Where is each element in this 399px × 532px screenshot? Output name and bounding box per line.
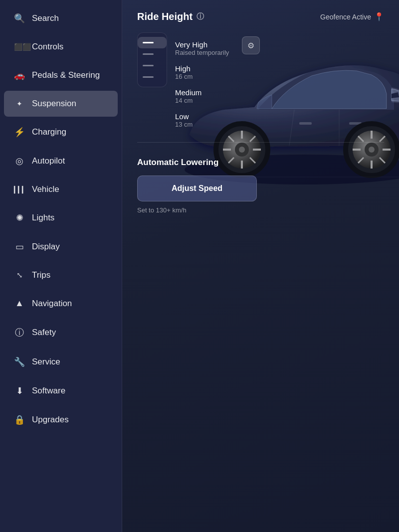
sidebar-item-label: Suspension bbox=[32, 99, 76, 109]
sidebar-item-label: Pedals & Steering bbox=[32, 70, 100, 80]
tick-high bbox=[143, 53, 154, 55]
trips-icon: ⤡ bbox=[14, 271, 25, 280]
ride-label-name: Low bbox=[175, 112, 229, 121]
ride-height-section: Very High Raised temporarily High 16 cm … bbox=[122, 27, 399, 137]
sidebar-item-label: Service bbox=[32, 357, 60, 367]
geofence-icon: 📍 bbox=[374, 12, 384, 21]
pedals-icon: 🚗 bbox=[14, 70, 25, 81]
ride-label-name: High bbox=[175, 64, 229, 73]
sidebar: 🔍 Search ⬛⬛ Controls 🚗 Pedals & Steering… bbox=[0, 0, 122, 532]
topbar: Ride Height ⓘ Geofence Active 📍 bbox=[122, 0, 399, 27]
sidebar-item-label: Safety bbox=[32, 328, 56, 338]
sidebar-item-suspension[interactable]: ✦ Suspension bbox=[4, 91, 118, 117]
upgrades-icon: 🔒 bbox=[14, 414, 25, 425]
ride-label-high: High 16 cm bbox=[175, 60, 229, 84]
sidebar-item-autopilot[interactable]: ◎ Autopilot bbox=[4, 148, 118, 175]
ride-option-low[interactable] bbox=[138, 71, 167, 83]
sidebar-item-label: Autopilot bbox=[32, 156, 65, 166]
adjust-speed-button[interactable]: Adjust Speed bbox=[137, 176, 257, 201]
lights-icon: ✺ bbox=[14, 212, 25, 223]
settings-button[interactable]: ⚙ bbox=[242, 36, 260, 54]
tick-medium bbox=[143, 65, 154, 66]
sidebar-item-trips[interactable]: ⤡ Trips bbox=[4, 262, 118, 288]
auto-lowering-title: Automatic Lowering bbox=[137, 158, 384, 168]
ride-label-sub: Raised temporarily bbox=[175, 49, 229, 56]
sidebar-item-charging[interactable]: ⚡ Charging bbox=[4, 119, 118, 146]
navigation-icon: ▲ bbox=[14, 298, 25, 309]
sidebar-item-label: Software bbox=[32, 386, 65, 396]
sidebar-item-search[interactable]: 🔍 Search bbox=[4, 5, 118, 32]
ride-label-medium: Medium 14 cm bbox=[175, 84, 229, 108]
sidebar-item-controls[interactable]: ⬛⬛ Controls bbox=[4, 34, 118, 60]
ride-label-low: Low 13 cm bbox=[175, 108, 229, 132]
auto-lowering-section: Automatic Lowering Adjust Speed Set to 1… bbox=[122, 148, 399, 224]
sidebar-item-pedals[interactable]: 🚗 Pedals & Steering bbox=[4, 62, 118, 89]
software-icon: ⬇ bbox=[14, 385, 25, 396]
sidebar-item-vehicle[interactable]: ▎▎▎ Vehicle bbox=[4, 177, 118, 202]
sidebar-item-label: Display bbox=[32, 242, 60, 252]
controls-icon: ⬛⬛ bbox=[14, 43, 25, 51]
safety-icon: ⓘ bbox=[14, 327, 25, 339]
ride-labels: Very High Raised temporarily High 16 cm … bbox=[175, 32, 229, 132]
sidebar-item-label: Lights bbox=[32, 213, 54, 223]
ride-label-name: Medium bbox=[175, 88, 229, 97]
page-title: Ride Height ⓘ bbox=[137, 11, 204, 22]
sidebar-item-upgrades[interactable]: 🔒 Upgrades bbox=[4, 406, 118, 433]
sidebar-item-label: Vehicle bbox=[32, 184, 59, 194]
service-icon: 🔧 bbox=[14, 356, 25, 367]
tick-low bbox=[143, 76, 154, 78]
sidebar-item-label: Search bbox=[32, 13, 59, 23]
main-content: Ride Height ⓘ Geofence Active 📍 V bbox=[122, 0, 399, 532]
title-text: Ride Height bbox=[137, 11, 193, 22]
sidebar-item-software[interactable]: ⬇ Software bbox=[4, 377, 118, 404]
autopilot-icon: ◎ bbox=[14, 156, 25, 167]
sidebar-item-label: Charging bbox=[32, 127, 66, 137]
ride-option-medium[interactable] bbox=[138, 60, 167, 71]
vehicle-icon: ▎▎▎ bbox=[14, 186, 25, 193]
ride-label-sub: 14 cm bbox=[175, 97, 229, 104]
tick-very-high bbox=[143, 42, 154, 43]
sidebar-item-lights[interactable]: ✺ Lights bbox=[4, 204, 118, 231]
sidebar-item-navigation[interactable]: ▲ Navigation bbox=[4, 290, 118, 317]
ride-label-sub: 16 cm bbox=[175, 73, 229, 80]
suspension-icon: ✦ bbox=[14, 100, 25, 108]
sidebar-item-service[interactable]: 🔧 Service bbox=[4, 349, 118, 375]
search-icon: 🔍 bbox=[14, 13, 25, 24]
ride-option-high[interactable] bbox=[138, 48, 167, 60]
ride-option-very-high[interactable] bbox=[138, 37, 167, 48]
geofence-badge: Geofence Active 📍 bbox=[320, 12, 384, 21]
display-icon: ▭ bbox=[14, 241, 25, 252]
sidebar-item-safety[interactable]: ⓘ Safety bbox=[4, 319, 118, 347]
sidebar-item-label: Trips bbox=[32, 270, 50, 280]
ride-label-very-high: Very High Raised temporarily bbox=[175, 36, 229, 60]
sidebar-item-display[interactable]: ▭ Display bbox=[4, 233, 118, 260]
charging-icon: ⚡ bbox=[14, 127, 25, 138]
ride-label-sub: 13 cm bbox=[175, 121, 229, 128]
geofence-label: Geofence Active bbox=[320, 13, 371, 21]
sidebar-item-label: Upgrades bbox=[32, 415, 69, 425]
ride-height-slider bbox=[137, 32, 167, 87]
sidebar-item-label: Navigation bbox=[32, 299, 72, 309]
speed-sub-label: Set to 130+ km/h bbox=[137, 206, 384, 214]
sidebar-item-label: Controls bbox=[32, 42, 63, 52]
info-icon[interactable]: ⓘ bbox=[197, 12, 204, 21]
ride-label-name: Very High bbox=[175, 40, 229, 49]
section-divider bbox=[137, 142, 384, 143]
